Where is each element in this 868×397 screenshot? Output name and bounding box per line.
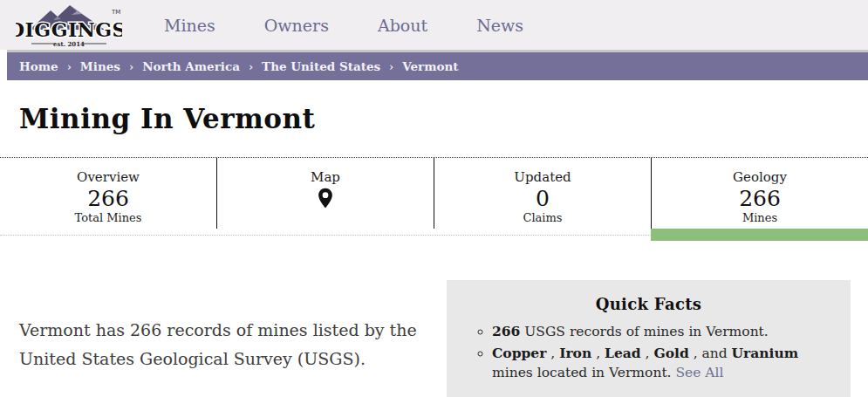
quick-fact-records: 266 USGS records of mines in Vermont. [492,322,828,342]
diggings-logo-mountain-icon: DIGGINGS TM est. 2014 [16,2,122,49]
breadcrumb-separator-icon: › [249,60,253,73]
brand-tm-mark: TM [111,9,120,16]
tab-updated-value: 0 [434,187,651,211]
intro-paragraph: Vermont has 266 records of mines listed … [19,316,438,388]
tab-updated-sublabel: Claims [434,211,651,224]
mineral-link-iron[interactable]: Iron [559,345,591,361]
quick-fact-minerals: Copper , Iron , Lead , Gold , and Uraniu… [492,344,828,382]
mineral-separator: , [641,346,654,361]
mineral-link-lead[interactable]: Lead [605,345,641,361]
breadcrumb-separator-icon: › [67,60,72,73]
tab-map-label: Map [217,169,434,185]
tab-updated[interactable]: Updated 0 Claims [434,158,651,229]
stats-underline-dotted-rule [0,229,651,236]
page-title: Mining In Vermont [0,80,868,157]
quick-facts-list: 266 USGS records of mines in Vermont. Co… [469,322,828,383]
nav-item-about[interactable]: About [378,16,427,35]
tab-overview-label: Overview [0,169,216,185]
breadcrumb: Home › Mines › North America › The Unite… [7,52,868,80]
nav-item-mines[interactable]: Mines [164,16,215,35]
minerals-tail-text: mines located in Vermont. [492,365,675,380]
stats-underline [0,229,868,241]
tab-overview-sublabel: Total Mines [0,211,216,224]
stats-tab-bar: Overview 266 Total Mines Map Updated 0 C… [0,157,868,229]
mineral-separator: , [546,346,559,361]
nav-item-owners[interactable]: Owners [264,16,329,35]
main-content: Vermont has 266 records of mines listed … [0,241,868,397]
quick-facts-panel: Quick Facts 266 USGS records of mines in… [447,280,851,397]
active-tab-indicator [651,229,868,241]
breadcrumb-united-states[interactable]: The United States [262,59,380,73]
tab-updated-label: Updated [434,169,651,185]
main-nav: Mines Owners About News [164,16,523,35]
breadcrumb-vermont: Vermont [402,59,458,73]
mineral-link-uranium[interactable]: Uranium [732,345,799,361]
tab-overview[interactable]: Overview 266 Total Mines [0,158,216,229]
tab-geology[interactable]: Geology 266 Mines [651,158,868,229]
tab-overview-value: 266 [0,187,216,211]
mineral-link-copper[interactable]: Copper [492,345,546,361]
tab-geology-value: 266 [652,187,868,211]
mineral-and-word: , and [689,346,732,361]
brand-wordmark: DIGGINGS [16,18,122,41]
breadcrumb-north-america[interactable]: North America [142,59,240,73]
records-text: USGS records of mines in Vermont. [520,324,768,339]
site-header: DIGGINGS TM est. 2014 Mines Owners About… [0,0,868,50]
mineral-separator: , [591,346,605,361]
brand-est-text: est. 2014 [53,40,85,48]
breadcrumb-home[interactable]: Home [19,59,58,73]
nav-item-news[interactable]: News [476,16,523,35]
tab-geology-sublabel: Mines [652,211,868,224]
records-count: 266 [492,323,520,339]
map-pin-icon [217,188,434,209]
breadcrumb-separator-icon: › [389,60,393,73]
breadcrumb-mines[interactable]: Mines [80,59,120,73]
mineral-link-gold[interactable]: Gold [653,345,688,361]
brand-logo[interactable]: DIGGINGS TM est. 2014 [16,2,122,49]
quick-facts-title: Quick Facts [469,295,828,313]
tab-geology-label: Geology [652,169,868,185]
see-all-link[interactable]: See All [675,365,723,380]
tab-map[interactable]: Map [216,158,434,229]
breadcrumb-separator-icon: › [129,60,133,73]
